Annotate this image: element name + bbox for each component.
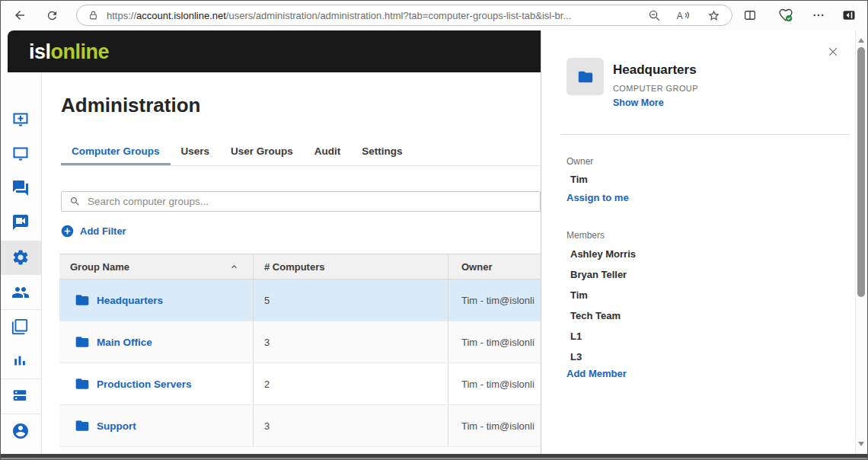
computers-count-cell: 5 bbox=[253, 280, 448, 321]
member-item: L3 bbox=[570, 351, 582, 363]
sidebar-item-add-computer[interactable] bbox=[11, 110, 30, 129]
lock-icon[interactable] bbox=[88, 10, 98, 21]
folder-icon bbox=[75, 334, 90, 350]
column-header-computers[interactable]: # Computers bbox=[253, 254, 448, 279]
url-domain: account.islonline.net bbox=[136, 10, 226, 21]
tab-audit[interactable]: Audit bbox=[304, 144, 352, 165]
layers-icon bbox=[11, 318, 28, 335]
url-path: /users/administration/administration.htm… bbox=[226, 10, 571, 21]
gear-icon bbox=[11, 248, 30, 267]
column-header-group-name[interactable]: Group Name bbox=[59, 254, 253, 279]
sidebar-divider bbox=[0, 414, 41, 414]
sort-asc-icon bbox=[229, 262, 239, 272]
sidebar-item-servers[interactable] bbox=[11, 387, 30, 405]
browser-toolbar: https://account.islonline.net/users/admi… bbox=[0, 0, 868, 30]
scrollbar-thumb[interactable] bbox=[857, 47, 865, 297]
panel-scrollbar bbox=[855, 30, 866, 454]
tab-settings[interactable]: Settings bbox=[351, 144, 413, 165]
add-computer-icon bbox=[11, 110, 30, 129]
member-item: Ashley Morris bbox=[570, 248, 636, 260]
computers-count: 2 bbox=[264, 379, 270, 390]
favorites-button[interactable] bbox=[707, 9, 720, 22]
tab-bar: Computer Groups Users User Groups Audit … bbox=[61, 144, 541, 166]
folder-icon bbox=[577, 69, 594, 85]
sidebar-item-reports[interactable] bbox=[11, 353, 30, 371]
folder-icon bbox=[75, 418, 90, 433]
sidebar-item-administration[interactable] bbox=[11, 248, 30, 267]
logo-part-isl: isl bbox=[29, 40, 51, 62]
computers-count: 3 bbox=[264, 420, 270, 432]
computers-count: 3 bbox=[264, 337, 270, 348]
detail-panel: Headquarters COMPUTER GROUP Show More Ow… bbox=[541, 30, 868, 454]
group-name-link[interactable]: Headquarters bbox=[97, 295, 163, 306]
group-name-cell: Main Office bbox=[59, 321, 253, 363]
table-row-main-office[interactable]: Main Office 3 Tim - tim@islonli bbox=[59, 321, 541, 363]
sidebar-item-sessions[interactable] bbox=[11, 318, 30, 337]
browser-window: https://account.islonline.net/users/admi… bbox=[0, 0, 868, 460]
assign-to-me-link[interactable]: Assign to me bbox=[566, 192, 629, 203]
browser-essentials-button[interactable] bbox=[777, 6, 795, 24]
tab-user-groups[interactable]: User Groups bbox=[220, 144, 304, 165]
sidebar-item-chat[interactable] bbox=[11, 179, 30, 197]
panel-divider bbox=[560, 134, 850, 135]
group-name-link[interactable]: Main Office bbox=[97, 337, 152, 348]
sidebar-item-users[interactable] bbox=[11, 283, 30, 302]
sidebar-item-computers[interactable] bbox=[11, 145, 30, 163]
sidebar-divider bbox=[0, 274, 41, 275]
show-more-link[interactable]: Show More bbox=[613, 97, 664, 108]
member-item: L1 bbox=[570, 331, 582, 342]
people-icon bbox=[11, 283, 30, 302]
column-header-owner[interactable]: Owner bbox=[448, 254, 541, 279]
computers-count-cell: 3 bbox=[253, 405, 448, 446]
close-icon bbox=[827, 46, 839, 58]
panel-close-button[interactable] bbox=[825, 43, 841, 60]
read-aloud-button[interactable]: A bbox=[676, 9, 691, 21]
refresh-button[interactable] bbox=[43, 6, 61, 24]
back-button[interactable] bbox=[11, 6, 29, 24]
owner-cell: Tim - tim@islonli bbox=[448, 363, 541, 404]
owner-cell: Tim - tim@islonli bbox=[448, 321, 541, 363]
table-row-production-servers[interactable]: Production Servers 2 Tim - tim@islonli bbox=[59, 363, 541, 405]
table-row-headquarters[interactable]: Headquarters 5 Tim - tim@islonli bbox=[59, 280, 541, 321]
settings-menu-button[interactable] bbox=[809, 6, 828, 24]
member-item: Tim bbox=[570, 289, 588, 301]
browser-essentials-icon bbox=[778, 8, 793, 23]
add-member-link[interactable]: Add Member bbox=[566, 368, 627, 379]
sidebar-divider bbox=[0, 379, 41, 379]
computers-count-cell: 3 bbox=[253, 321, 448, 363]
logo-part-online: online bbox=[51, 40, 110, 62]
tab-computer-groups[interactable]: Computer Groups bbox=[61, 144, 171, 165]
islonline-logo[interactable]: islonline bbox=[29, 40, 109, 63]
sidebar-item-account[interactable] bbox=[11, 422, 30, 440]
group-name-link[interactable]: Production Servers bbox=[97, 379, 192, 390]
computers-count: 5 bbox=[264, 295, 270, 306]
table-header-row: Group Name # Computers Owner bbox=[59, 254, 541, 280]
url-text: https://account.islonline.net/users/admi… bbox=[107, 10, 648, 21]
table-row-support[interactable]: Support 3 Tim - tim@islonli bbox=[59, 405, 541, 447]
sidebar-toggle-button[interactable] bbox=[840, 6, 858, 24]
search-input[interactable] bbox=[88, 196, 540, 207]
split-screen-button[interactable] bbox=[741, 6, 759, 24]
group-name-link[interactable]: Support bbox=[97, 420, 136, 432]
owner-text: Tim - tim@islonli bbox=[461, 337, 535, 348]
column-label: Owner bbox=[461, 261, 492, 273]
scroll-up-arrow[interactable] bbox=[858, 38, 864, 43]
members-section-label: Members bbox=[566, 230, 605, 241]
address-bar[interactable]: https://account.islonline.net/users/admi… bbox=[76, 5, 732, 26]
owner-cell: Tim - tim@islonli bbox=[448, 405, 541, 446]
sidebar-item-video-session[interactable] bbox=[11, 213, 30, 232]
group-avatar-tile bbox=[566, 58, 604, 95]
zoom-out-icon bbox=[648, 9, 661, 22]
folder-icon bbox=[75, 292, 90, 308]
group-name-cell: Support bbox=[59, 405, 253, 446]
tab-users[interactable]: Users bbox=[171, 144, 221, 165]
scroll-down-arrow[interactable] bbox=[858, 442, 864, 446]
zoom-out-button[interactable] bbox=[648, 9, 661, 22]
app-sidebar bbox=[0, 72, 42, 454]
sidebar-toggle-icon bbox=[841, 8, 857, 23]
sidebar-divider bbox=[0, 241, 41, 241]
add-filter-button[interactable]: Add Filter bbox=[61, 225, 126, 238]
owner-text: Tim - tim@islonli bbox=[461, 420, 535, 432]
column-label: Group Name bbox=[70, 261, 129, 273]
panel-subtitle: COMPUTER GROUP bbox=[613, 84, 698, 93]
